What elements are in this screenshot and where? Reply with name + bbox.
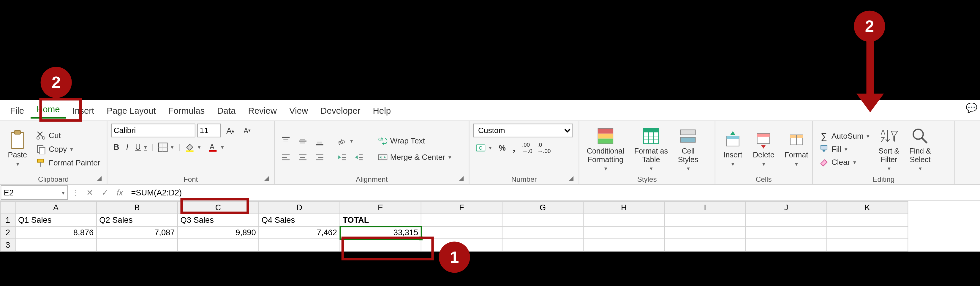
dialog-launcher-clipboard[interactable]: ◢ [95, 175, 103, 182]
font-color-button[interactable]: A▾ [205, 141, 227, 154]
cell[interactable] [502, 214, 583, 226]
cell[interactable] [746, 239, 827, 251]
column-header[interactable]: G [502, 201, 583, 214]
percent-button[interactable]: % [496, 142, 508, 154]
tab-page-layout[interactable]: Page Layout [100, 103, 162, 118]
cell[interactable] [583, 239, 664, 251]
increase-decimal-button[interactable]: .00→.0 [520, 141, 535, 154]
cell[interactable]: TOTAL [340, 214, 421, 226]
tab-review[interactable]: Review [242, 103, 283, 118]
cell[interactable]: Q3 Sales [178, 214, 259, 226]
fill-color-button[interactable]: ▾ [182, 141, 204, 154]
cell[interactable] [583, 226, 664, 239]
format-painter-button[interactable]: Format Painter [34, 157, 103, 169]
spreadsheet-grid[interactable]: ABCDEFGHIJK 1Q1 SalesQ2 SalesQ3 SalesQ4 … [0, 201, 980, 251]
clear-button[interactable]: Clear▾ [816, 156, 872, 168]
cell[interactable] [502, 239, 583, 251]
column-header[interactable]: E [340, 201, 421, 214]
cut-button[interactable]: Cut [34, 129, 103, 141]
column-header[interactable]: C [178, 201, 259, 214]
column-header[interactable]: J [746, 201, 827, 214]
autosum-button[interactable]: ∑ AutoSum▾ [816, 129, 872, 142]
tab-insert[interactable]: Insert [66, 103, 101, 118]
italic-button[interactable]: I [124, 141, 130, 153]
decrease-indent-button[interactable] [335, 151, 350, 163]
find-select-button[interactable]: Find & Select▾ [905, 125, 935, 173]
number-format-combo[interactable]: Custom [473, 124, 573, 137]
cell[interactable] [15, 239, 96, 251]
align-middle-button[interactable] [295, 135, 310, 147]
column-header[interactable]: D [259, 201, 340, 214]
tab-home[interactable]: Home [30, 102, 66, 119]
dialog-launcher-number[interactable]: ◢ [568, 175, 575, 182]
cell[interactable]: 7,087 [97, 226, 178, 239]
cell[interactable]: 7,462 [259, 226, 340, 239]
accounting-format-button[interactable]: ▾ [473, 141, 494, 154]
cell[interactable] [421, 226, 502, 239]
row-header[interactable]: 2 [0, 226, 15, 239]
orientation-button[interactable]: ab▾ [335, 135, 356, 147]
tab-view[interactable]: View [283, 103, 314, 118]
dialog-launcher-font[interactable]: ◢ [263, 175, 270, 182]
enter-formula-button[interactable]: ✓ [97, 185, 112, 200]
align-left-button[interactable] [278, 151, 293, 163]
column-header[interactable]: F [421, 201, 502, 214]
tab-developer[interactable]: Developer [314, 103, 366, 118]
column-header[interactable]: K [827, 201, 908, 214]
bold-button[interactable]: B [111, 141, 122, 153]
formula-input[interactable]: =SUM(A2:D2) [127, 185, 980, 200]
decrease-font-button[interactable]: A▾ [240, 124, 255, 137]
underline-button[interactable]: U▾ [133, 141, 150, 153]
column-header[interactable]: I [664, 201, 745, 214]
copy-button[interactable]: Copy▾ [34, 143, 103, 155]
cell[interactable]: Q1 Sales [15, 214, 96, 226]
cell[interactable]: 8,876 [15, 226, 96, 239]
select-all-corner[interactable] [0, 201, 15, 214]
format-cells-button[interactable]: Format▾ [781, 128, 812, 169]
insert-cells-button[interactable]: Insert▾ [719, 128, 746, 169]
cell[interactable]: Q2 Sales [97, 214, 178, 226]
conditional-formatting-button[interactable]: Conditional Formatting▾ [583, 125, 628, 173]
tab-data[interactable]: Data [211, 103, 242, 118]
cell[interactable] [746, 226, 827, 239]
paste-button[interactable]: Paste▾ [4, 128, 31, 169]
row-header[interactable]: 1 [0, 214, 15, 226]
comments-icon[interactable]: 💬 [966, 102, 978, 114]
cell[interactable] [827, 214, 908, 226]
align-right-button[interactable] [312, 151, 327, 163]
cell[interactable] [340, 239, 421, 251]
cell[interactable] [178, 239, 259, 251]
insert-function-button[interactable]: fx [112, 185, 127, 200]
cell-styles-button[interactable]: Cell Styles▾ [674, 125, 702, 173]
cell[interactable] [827, 226, 908, 239]
cell[interactable] [664, 226, 745, 239]
wrap-text-button[interactable]: ab Wrap Text [375, 135, 454, 147]
align-bottom-button[interactable] [312, 135, 327, 147]
increase-indent-button[interactable] [351, 151, 366, 163]
cell[interactable] [664, 239, 745, 251]
tab-help[interactable]: Help [367, 103, 397, 118]
comma-button[interactable]: , [510, 141, 518, 155]
cell[interactable]: Q4 Sales [259, 214, 340, 226]
cell[interactable] [259, 239, 340, 251]
delete-cells-button[interactable]: Delete▾ [749, 128, 778, 169]
fill-button[interactable]: Fill▾ [816, 143, 872, 155]
column-header[interactable]: A [15, 201, 96, 214]
cell[interactable] [583, 214, 664, 226]
cell[interactable]: 33,315 [340, 226, 421, 239]
cancel-formula-button[interactable]: ✕ [82, 185, 97, 200]
cell[interactable] [746, 214, 827, 226]
align-center-button[interactable] [295, 151, 310, 163]
column-header[interactable]: B [97, 201, 178, 214]
increase-font-button[interactable]: A▴ [223, 124, 237, 137]
cell[interactable] [421, 214, 502, 226]
align-top-button[interactable] [278, 135, 293, 147]
decrease-decimal-button[interactable]: .0→.00 [537, 141, 552, 154]
format-as-table-button[interactable]: Format as Table▾ [630, 125, 672, 173]
cell[interactable]: 9,890 [178, 226, 259, 239]
cell[interactable] [827, 239, 908, 251]
borders-button[interactable]: ▾ [155, 141, 177, 154]
cell[interactable] [502, 226, 583, 239]
font-size-combo[interactable] [197, 124, 221, 137]
font-name-combo[interactable] [111, 124, 196, 137]
